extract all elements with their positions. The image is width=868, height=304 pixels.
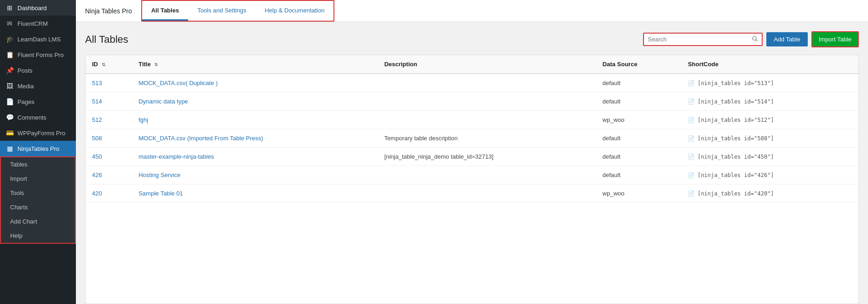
cell-data-source: wp_woo [596,111,682,129]
cell-id[interactable]: 426 [86,166,132,184]
cell-shortcode: 📄 [ninja_tables id="508"] [681,129,858,148]
table-title-link[interactable]: fghj [138,116,148,123]
table-title-link[interactable]: master-example-ninja-tables [138,153,214,160]
tab-tools-settings[interactable]: Tools and Settings [188,1,255,21]
table-row: 420 Sample Table 01 wp_woo 📄 [ninja_tabl… [86,184,858,203]
submenu-item-help[interactable]: Help [1,229,75,243]
shortcode-text[interactable]: [ninja_tables id="514"] [697,98,774,105]
submenu-label: Tables [10,161,28,168]
table-row: 514 Dynamic data type default 📄 [ninja_t… [86,92,858,111]
submenu-item-charts[interactable]: Charts [1,200,75,214]
sidebar-item-label: Comments [17,114,46,121]
shortcode-text[interactable]: [ninja_tables id="420"] [697,190,774,197]
cell-id[interactable]: 512 [86,111,132,129]
submenu-item-tables[interactable]: Tables [1,157,75,172]
cell-description [378,184,596,203]
col-data-source: Data Source [596,55,682,74]
doc-icon: 📄 [688,190,695,197]
sidebar-item-label: Fluent Forms Pro [17,52,63,58]
table-title-link[interactable]: MOCK_DATA.csv (Imported From Table Press… [138,135,263,142]
table-row: 512 fghj wp_woo 📄 [ninja_tables id="512"… [86,111,858,129]
cell-description [378,111,596,129]
ninjatables-icon: ▦ [6,145,14,152]
table-title-link[interactable]: MOCK_DATA.csv( Duplicate ) [138,80,218,86]
brand-name: Ninja Tables Pro [85,7,132,15]
table-header-row: ID ⇅ Title ⇅ Description Data Source [86,55,858,74]
cell-title: MOCK_DATA.csv (Imported From Table Press… [132,129,378,148]
cell-id[interactable]: 513 [86,74,132,92]
sort-icon: ⇅ [154,62,158,67]
shortcode-text[interactable]: [ninja_tables id="450"] [697,154,774,160]
wppayforms-icon: 💳 [6,129,14,137]
shortcode-text[interactable]: [ninja_tables id="508"] [697,135,774,142]
submenu-item-import[interactable]: Import [1,172,75,186]
sidebar-item-label: Dashboard [17,5,47,11]
sidebar-item-learndash[interactable]: 🎓 LearnDash LMS [0,31,76,47]
cell-description [378,74,596,92]
header-actions: Add Table Import Table [643,31,859,47]
cell-shortcode: 📄 [ninja_tables id="420"] [681,184,858,203]
col-description: Description [378,55,596,74]
tab-help-docs[interactable]: Help & Documentation [255,1,333,21]
cell-data-source: wp_woo [596,184,682,203]
fluentcrm-icon: ✉ [6,20,14,27]
cell-title: fghj [132,111,378,129]
cell-title: Hosting Service [132,166,378,184]
table-title-link[interactable]: Dynamic data type [138,98,188,105]
doc-icon: 📄 [688,80,695,86]
sidebar-item-fluentcrm[interactable]: ✉ FluentCRM [0,16,76,31]
sidebar-item-label: LearnDash LMS [17,36,61,43]
search-box [643,33,763,46]
table-title-link[interactable]: Hosting Service [138,172,180,178]
shortcode-text[interactable]: [ninja_tables id="512"] [697,117,774,123]
doc-icon: 📄 [688,117,695,123]
cell-data-source: default [596,74,682,92]
sidebar-item-posts[interactable]: 📌 Posts [0,63,76,78]
pages-icon: 📄 [6,98,14,105]
sidebar: ⊞ Dashboard ✉ FluentCRM 🎓 LearnDash LMS … [0,0,76,304]
shortcode-text[interactable]: [ninja_tables id="513"] [697,80,774,86]
sidebar-item-dashboard[interactable]: ⊞ Dashboard [0,0,76,16]
sidebar-item-media[interactable]: 🖼 Media [0,78,76,94]
submenu-label: Charts [10,204,28,211]
media-icon: 🖼 [6,82,14,90]
cell-description [378,92,596,111]
cell-id[interactable]: 450 [86,148,132,166]
submenu-item-tools[interactable]: Tools [1,186,75,200]
import-table-button[interactable]: Import Table [811,31,859,47]
submenu-label: Tools [10,189,24,196]
cell-data-source: default [596,129,682,148]
table-row: 513 MOCK_DATA.csv( Duplicate ) default 📄… [86,74,858,92]
learndash-icon: 🎓 [6,35,14,43]
submenu-item-add-chart[interactable]: Add Chart [1,214,75,229]
col-title[interactable]: Title ⇅ [132,55,378,74]
sort-icon: ⇅ [102,62,105,67]
sidebar-submenu: Tables Import Tools Charts Add Chart Hel… [0,156,76,244]
sidebar-item-fluent-forms[interactable]: 📋 Fluent Forms Pro [0,47,76,63]
shortcode-text[interactable]: [ninja_tables id="426"] [697,172,774,178]
dashboard-icon: ⊞ [6,4,14,11]
fluent-forms-icon: 📋 [6,51,14,58]
cell-id[interactable]: 420 [86,184,132,203]
sidebar-item-wppayforms[interactable]: 💳 WPPayForms Pro [0,125,76,141]
sidebar-item-label: FluentCRM [17,20,48,27]
cell-data-source: default [596,148,682,166]
sidebar-item-ninjatables[interactable]: ▦ NinjaTables Pro [0,141,76,156]
table-row: 508 MOCK_DATA.csv (Imported From Table P… [86,129,858,148]
search-input[interactable] [648,36,752,43]
page-title: All Tables [85,34,128,46]
add-table-button[interactable]: Add Table [766,32,808,46]
cell-id[interactable]: 508 [86,129,132,148]
cell-id[interactable]: 514 [86,92,132,111]
submenu-label: Help [10,232,23,239]
cell-description [378,166,596,184]
col-id[interactable]: ID ⇅ [86,55,132,74]
svg-line-1 [756,40,758,41]
content-area: All Tables Add Table Import Table [76,22,868,304]
sidebar-item-pages[interactable]: 📄 Pages [0,94,76,109]
tab-all-tables[interactable]: All Tables [142,1,188,21]
table-row: 426 Hosting Service default 📄 [ninja_tab… [86,166,858,184]
sidebar-item-comments[interactable]: 💬 Comments [0,109,76,125]
table-title-link[interactable]: Sample Table 01 [138,190,183,197]
table-row: 450 master-example-ninja-tables [ninja_t… [86,148,858,166]
